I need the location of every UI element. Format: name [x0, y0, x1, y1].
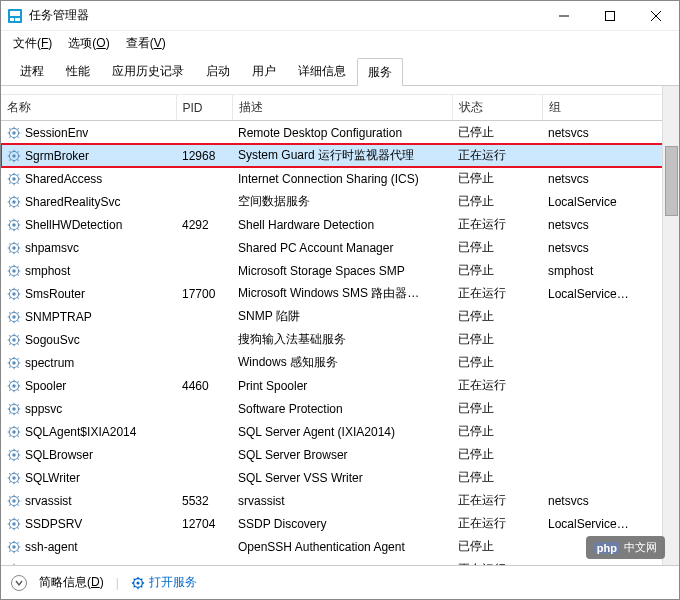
service-row[interactable]: SNMPTRAPSNMP 陷阱已停止 [1, 305, 679, 328]
cell-group [542, 374, 679, 397]
cell-name: SharedAccess [1, 167, 176, 190]
cell-group [542, 466, 679, 489]
cell-pid [176, 466, 232, 489]
service-row[interactable]: srvassist5532srvassist正在运行netsvcs [1, 489, 679, 512]
service-row[interactable]: spectrumWindows 感知服务已停止 [1, 351, 679, 374]
svg-point-12 [12, 200, 16, 204]
cell-pid [176, 190, 232, 213]
service-row[interactable]: SSDPSRV12704SSDP Discovery正在运行LocalServi… [1, 512, 679, 535]
cell-name: ShellHWDetection [1, 213, 176, 236]
cell-name: srvassist [1, 489, 176, 512]
col-header-name[interactable]: 名称 [1, 95, 176, 121]
service-icon [7, 425, 21, 439]
titlebar[interactable]: 任务管理器 [1, 1, 679, 31]
open-services-link[interactable]: 打开服务 [131, 574, 197, 591]
minimize-icon [559, 11, 569, 21]
service-row[interactable]: SQLBrowserSQL Server Browser已停止 [1, 443, 679, 466]
cell-name: SessionEnv [1, 121, 176, 145]
cell-status: 已停止 [452, 167, 542, 190]
svg-point-36 [12, 476, 16, 480]
cell-name: SstpSvc [1, 558, 176, 565]
service-icon [7, 379, 21, 393]
cell-desc: SQL Server Browser [232, 443, 452, 466]
cell-status: 正在运行 [452, 144, 542, 167]
cell-group [542, 443, 679, 466]
service-row[interactable]: SgrmBroker12968System Guard 运行时监视器代理正在运行 [1, 144, 679, 167]
menu-options[interactable]: 选项(O) [62, 33, 115, 54]
tab-1[interactable]: 性能 [55, 57, 101, 85]
cell-group [542, 328, 679, 351]
tab-4[interactable]: 用户 [241, 57, 287, 85]
cell-status: 已停止 [452, 351, 542, 374]
services-grid[interactable]: 名称 PID 描述 状态 组 SessionEnvRemote Desktop … [1, 94, 679, 565]
cell-group: netsvcs [542, 167, 679, 190]
service-row[interactable]: SmsRouter17700Microsoft Windows SMS 路由器…… [1, 282, 679, 305]
service-row[interactable]: Spooler4460Print Spooler正在运行 [1, 374, 679, 397]
cell-desc: Remote Desktop Configuration [232, 121, 452, 145]
column-headers-row: 名称 PID 描述 状态 组 [1, 95, 679, 121]
menu-view[interactable]: 查看(V) [120, 33, 172, 54]
vertical-scrollbar[interactable] [662, 86, 679, 565]
service-row[interactable]: sppsvcSoftware Protection已停止 [1, 397, 679, 420]
service-icon [7, 517, 21, 531]
cell-group: LocalService [542, 190, 679, 213]
cell-name: SQLAgent$IXIA2014 [1, 420, 176, 443]
tab-0[interactable]: 进程 [9, 57, 55, 85]
col-header-group[interactable]: 组 [542, 95, 679, 121]
cell-pid: 17700 [176, 282, 232, 305]
tab-bar: 进程性能应用历史记录启动用户详细信息服务 [1, 57, 679, 86]
maximize-button[interactable] [587, 1, 633, 31]
service-row[interactable]: SQLWriterSQL Server VSS Writer已停止 [1, 466, 679, 489]
fewer-details-link[interactable]: 简略信息(D) [39, 574, 104, 591]
service-row[interactable]: SQLAgent$IXIA2014SQL Server Agent (IXIA2… [1, 420, 679, 443]
service-row[interactable]: ShellHWDetection4292Shell Hardware Detec… [1, 213, 679, 236]
cell-group: netsvcs [542, 213, 679, 236]
cell-pid [176, 328, 232, 351]
statusbar: 简略信息(D) | 打开服务 [1, 565, 679, 599]
service-icon [7, 402, 21, 416]
menu-file[interactable]: 文件(F) [7, 33, 58, 54]
col-header-desc[interactable]: 描述 [232, 95, 452, 121]
service-row[interactable]: SstpSvc5328Secure Socket Tunneling Proto… [1, 558, 679, 565]
fewer-details-toggle[interactable] [11, 575, 27, 591]
cell-desc: 空间数据服务 [232, 190, 452, 213]
chevron-down-icon [15, 579, 23, 587]
cell-pid [176, 167, 232, 190]
cell-desc: Software Protection [232, 397, 452, 420]
close-icon [651, 11, 661, 21]
tab-6[interactable]: 服务 [357, 58, 403, 86]
col-header-status[interactable]: 状态 [452, 95, 542, 121]
window-title: 任务管理器 [29, 7, 541, 24]
cell-pid: 5328 [176, 558, 232, 565]
tab-2[interactable]: 应用历史记录 [101, 57, 195, 85]
cell-pid [176, 443, 232, 466]
scrollbar-thumb[interactable] [665, 146, 678, 216]
task-manager-window: 任务管理器 文件(F) 选项(O) 查看(V) 进程性能应用历史记录启动用户详细… [0, 0, 680, 600]
service-row[interactable]: SharedRealitySvc空间数据服务已停止LocalService [1, 190, 679, 213]
service-row[interactable]: SharedAccessInternet Connection Sharing … [1, 167, 679, 190]
cell-desc: Microsoft Windows SMS 路由器… [232, 282, 452, 305]
tab-3[interactable]: 启动 [195, 57, 241, 85]
svg-point-40 [12, 522, 16, 526]
cell-group: smphost [542, 259, 679, 282]
close-button[interactable] [633, 1, 679, 31]
cell-name: SharedRealitySvc [1, 190, 176, 213]
service-row[interactable]: shpamsvcShared PC Account Manager已停止nets… [1, 236, 679, 259]
service-row[interactable]: ssh-agentOpenSSH Authentication Agent已停止 [1, 535, 679, 558]
cell-desc: Windows 感知服务 [232, 351, 452, 374]
svg-rect-3 [15, 18, 20, 21]
svg-point-26 [12, 361, 16, 365]
cell-name: Spooler [1, 374, 176, 397]
cell-desc: Shared PC Account Manager [232, 236, 452, 259]
content-area: 名称 PID 描述 状态 组 SessionEnvRemote Desktop … [1, 86, 679, 565]
service-row[interactable]: SessionEnvRemote Desktop Configuration已停… [1, 121, 679, 145]
service-row[interactable]: smphostMicrosoft Storage Spaces SMP已停止sm… [1, 259, 679, 282]
cell-group: netsvcs [542, 489, 679, 512]
service-icon [7, 540, 21, 554]
svg-point-10 [12, 177, 16, 181]
service-row[interactable]: SogouSvc搜狗输入法基础服务已停止 [1, 328, 679, 351]
tab-5[interactable]: 详细信息 [287, 57, 357, 85]
cell-name: sppsvc [1, 397, 176, 420]
minimize-button[interactable] [541, 1, 587, 31]
col-header-pid[interactable]: PID [176, 95, 232, 121]
